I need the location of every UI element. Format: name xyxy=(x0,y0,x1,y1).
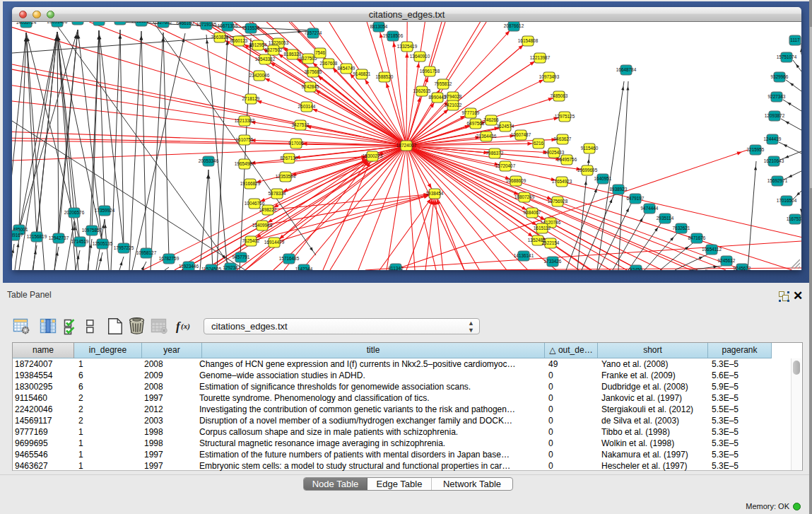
svg-text:16409948: 16409948 xyxy=(252,223,273,228)
svg-text:17654923: 17654923 xyxy=(552,179,572,184)
svg-text:7485063: 7485063 xyxy=(551,93,568,98)
svg-text:1498222: 1498222 xyxy=(259,207,277,212)
svg-text:9794028: 9794028 xyxy=(445,94,462,99)
svg-text:746266: 746266 xyxy=(483,117,499,122)
svg-text:20091406: 20091406 xyxy=(47,22,68,24)
svg-text:10973493: 10973493 xyxy=(539,74,560,79)
svg-text:3427512: 3427512 xyxy=(292,122,310,127)
svg-text:12975125: 12975125 xyxy=(555,114,575,119)
svg-text:9245612: 9245612 xyxy=(718,258,736,263)
svg-text:8912954: 8912954 xyxy=(249,42,267,47)
svg-text:92450: 92450 xyxy=(630,267,642,270)
svg-text:9384067: 9384067 xyxy=(524,210,541,215)
svg-text:2603144: 2603144 xyxy=(298,104,316,109)
svg-text:16914479: 16914479 xyxy=(264,240,285,245)
svg-text:10719185: 10719185 xyxy=(196,22,217,27)
svg-text:12213382: 12213382 xyxy=(235,118,255,123)
svg-text:9777169: 9777169 xyxy=(462,110,480,115)
svg-text:2935114: 2935114 xyxy=(657,216,674,221)
svg-text:7663822: 7663822 xyxy=(211,35,229,40)
svg-text:6466160: 6466160 xyxy=(177,22,194,25)
svg-text:8267130: 8267130 xyxy=(281,156,298,160)
svg-text:23420046: 23420046 xyxy=(249,73,270,78)
svg-text:1362615: 1362615 xyxy=(413,88,431,93)
svg-text:7632621: 7632621 xyxy=(673,226,690,230)
svg-text:16648784: 16648784 xyxy=(616,67,637,72)
svg-text:20053346: 20053346 xyxy=(199,158,219,163)
svg-text:19654987: 19654987 xyxy=(235,161,255,166)
svg-text:3215955: 3215955 xyxy=(747,147,765,152)
svg-text:6479197: 6479197 xyxy=(627,196,645,201)
svg-text:16210643: 16210643 xyxy=(764,158,784,163)
svg-text:16671355: 16671355 xyxy=(218,23,238,28)
svg-text:10607487: 10607487 xyxy=(511,132,531,137)
svg-text:10688609: 10688609 xyxy=(506,178,526,183)
svg-text:15692971: 15692971 xyxy=(767,178,788,183)
svg-text:11524505: 11524505 xyxy=(201,267,221,270)
svg-text:9245672: 9245672 xyxy=(734,266,751,270)
svg-text:10975857: 10975857 xyxy=(82,228,102,233)
svg-text:3624574: 3624574 xyxy=(497,124,514,129)
svg-text:10025433: 10025433 xyxy=(544,150,565,155)
svg-text:1244419: 1244419 xyxy=(764,136,782,141)
svg-text:9457791: 9457791 xyxy=(233,255,250,259)
svg-text:9329966: 9329966 xyxy=(771,74,789,79)
svg-text:8813054: 8813054 xyxy=(370,24,388,29)
svg-text:18807249: 18807249 xyxy=(514,194,535,199)
svg-text:811340: 811340 xyxy=(389,266,404,270)
svg-text:7986372: 7986372 xyxy=(486,151,504,156)
svg-text:9146821: 9146821 xyxy=(353,71,371,76)
svg-text:9474444: 9474444 xyxy=(641,206,659,211)
svg-text:1588520: 1588520 xyxy=(376,74,394,79)
svg-text:8471676: 8471676 xyxy=(688,235,706,240)
svg-text:18724007: 18724007 xyxy=(396,143,417,148)
svg-text:13640910: 13640910 xyxy=(410,54,430,59)
svg-text:12093872: 12093872 xyxy=(765,113,785,118)
svg-text:7955812: 7955812 xyxy=(435,81,452,86)
svg-text:14136141: 14136141 xyxy=(514,253,534,258)
svg-text:1714519: 1714519 xyxy=(71,239,89,244)
svg-text:7515536: 7515536 xyxy=(242,25,260,30)
svg-text:10654112: 10654112 xyxy=(702,247,722,252)
svg-text:9327502: 9327502 xyxy=(265,47,283,52)
svg-text:7625402: 7625402 xyxy=(242,238,260,243)
svg-text:19756928: 19756928 xyxy=(548,199,568,204)
svg-text:17957225: 17957225 xyxy=(114,245,134,250)
svg-text:1640951: 1640951 xyxy=(594,176,612,181)
svg-text:20206576: 20206576 xyxy=(64,210,85,215)
svg-text:1938454: 1938454 xyxy=(426,191,444,196)
svg-text:2367608: 2367608 xyxy=(320,61,338,66)
svg-text:(x): (x) xyxy=(181,322,190,331)
svg-text:5878334: 5878334 xyxy=(269,191,286,196)
svg-text:8454749: 8454749 xyxy=(338,66,355,71)
svg-text:1142344: 1142344 xyxy=(295,267,313,270)
svg-text:16495756: 16495756 xyxy=(557,157,577,162)
svg-text:10653267: 10653267 xyxy=(131,22,152,23)
svg-text:15300273: 15300273 xyxy=(363,153,383,158)
svg-text:10958127: 10958127 xyxy=(136,250,157,255)
svg-text:12942737: 12942737 xyxy=(49,235,69,240)
svg-text:19166829: 19166829 xyxy=(240,181,261,186)
svg-text:9242845: 9242845 xyxy=(302,84,319,89)
svg-text:10543382: 10543382 xyxy=(255,57,276,62)
svg-text:9227343: 9227343 xyxy=(768,94,786,99)
svg-text:6497568: 6497568 xyxy=(467,121,485,126)
svg-text:15751074: 15751074 xyxy=(777,54,797,59)
svg-text:16961758: 16961758 xyxy=(420,69,440,74)
svg-text:9463627: 9463627 xyxy=(554,136,572,141)
svg-text:17359924: 17359924 xyxy=(95,208,115,213)
svg-text:11923446: 11923446 xyxy=(179,264,199,269)
svg-text:1117: 1117 xyxy=(790,37,800,42)
svg-text:1610755: 1610755 xyxy=(236,137,254,142)
svg-text:7546: 7546 xyxy=(315,50,326,55)
svg-text:12505135: 12505135 xyxy=(93,241,113,246)
svg-text:1733426: 1733426 xyxy=(544,259,562,264)
svg-text:12213987: 12213987 xyxy=(530,55,551,60)
svg-text:1421022: 1421022 xyxy=(445,103,462,107)
svg-text:8938923: 8938923 xyxy=(610,187,628,192)
svg-text:10699695: 10699695 xyxy=(577,168,598,173)
svg-text:20876612: 20876612 xyxy=(504,23,524,28)
svg-text:14055724: 14055724 xyxy=(16,22,37,25)
svg-text:10046766: 10046766 xyxy=(245,201,265,206)
svg-text:8660123: 8660123 xyxy=(230,38,248,43)
